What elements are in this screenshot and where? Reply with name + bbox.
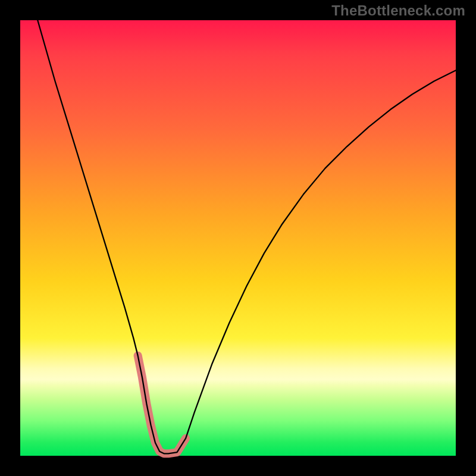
curve-layer — [20, 20, 456, 456]
bottleneck-curve — [37, 20, 456, 453]
accent-segment — [138, 356, 186, 454]
watermark-text: TheBottleneck.com — [331, 2, 465, 19]
figure-container: TheBottleneck.com — [0, 0, 476, 476]
plot-area — [20, 20, 456, 456]
